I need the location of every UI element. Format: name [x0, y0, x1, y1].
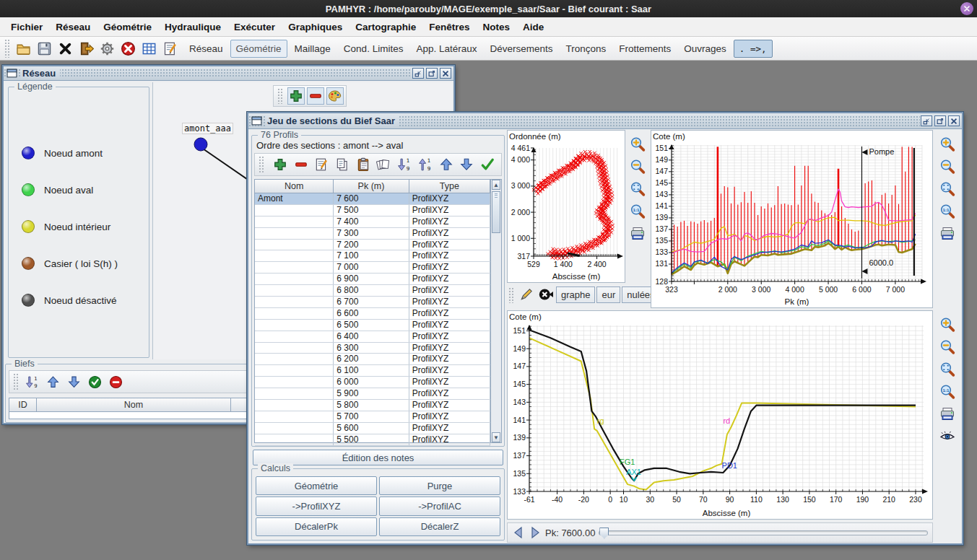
minus-circle-button[interactable]: [107, 373, 124, 390]
calc-button-d-calerpk[interactable]: DécalerPk: [256, 517, 377, 536]
toolbar-button-maillage[interactable]: Maillage: [289, 40, 336, 58]
zoom-fit-button[interactable]: [939, 180, 956, 197]
profile-pk-cell[interactable]: 6 900: [334, 274, 409, 284]
settings-button[interactable]: [97, 39, 116, 58]
profile-row[interactable]: 6 700ProfilXYZ: [255, 297, 490, 308]
profile-row[interactable]: 6 000ProfilXYZ: [255, 377, 490, 388]
zoom-in-button[interactable]: [939, 315, 956, 333]
plan-view-chart[interactable]: 5291 4002 4004 4614 0003 0002 0001 00031…: [508, 131, 625, 282]
profile-pk-cell[interactable]: 6 200: [334, 354, 409, 364]
profile-row[interactable]: 7 500ProfilXYZ: [255, 205, 490, 216]
profile-name-cell[interactable]: [255, 365, 334, 376]
profile-name-cell[interactable]: [255, 262, 334, 273]
close-button[interactable]: [948, 115, 960, 126]
toolbar-button-ouvrages[interactable]: Ouvrages: [678, 40, 732, 58]
zoom-out-button[interactable]: [939, 338, 956, 355]
profile-name-cell[interactable]: [255, 411, 334, 422]
previous-profile-button[interactable]: [512, 526, 525, 539]
move-down-button[interactable]: [458, 156, 475, 173]
profile-row[interactable]: Amont7 600ProfilXYZ: [255, 193, 490, 205]
profile-pk-cell[interactable]: 5 800: [334, 400, 409, 411]
zoom-1to1-button[interactable]: 1:1: [939, 382, 956, 400]
profile-row[interactable]: 6 300ProfilXYZ: [255, 343, 490, 354]
zoom-fit-button[interactable]: [629, 180, 646, 197]
close-graph-button[interactable]: [537, 286, 555, 303]
toolbar-grip[interactable]: [4, 39, 11, 58]
upstream-node[interactable]: [194, 138, 207, 151]
profile-pk-cell[interactable]: 6 800: [334, 285, 409, 296]
profile-name-cell[interactable]: [255, 320, 334, 331]
toolbar-button--[interactable]: . =>,: [734, 40, 773, 58]
profile-type-cell[interactable]: ProfilXYZ: [409, 250, 490, 261]
check-circle-button[interactable]: [86, 373, 103, 390]
profile-type-cell[interactable]: ProfilXYZ: [409, 216, 490, 227]
zoom-fit-button[interactable]: [939, 360, 956, 377]
toolbar-grip[interactable]: [508, 287, 515, 303]
sort-asc-button[interactable]: 19: [417, 156, 434, 173]
calc-button--profilac[interactable]: ->ProfilAC: [379, 496, 500, 515]
profile-row[interactable]: 6 500ProfilXYZ: [255, 320, 490, 331]
window-close-button[interactable]: [960, 2, 973, 15]
profile-type-cell[interactable]: ProfilXYZ: [409, 365, 490, 376]
toolbar-button-frottements[interactable]: Frottements: [613, 40, 677, 58]
profile-pk-cell[interactable]: 6 400: [334, 331, 409, 342]
menu-ex-cuter[interactable]: Exécuter: [227, 19, 282, 35]
scroll-down-button[interactable]: ▼: [492, 432, 500, 442]
biefs-column-header[interactable]: ID: [9, 398, 37, 411]
profile-row[interactable]: 6 400ProfilXYZ: [255, 331, 490, 343]
scroll-up-button[interactable]: ▲: [492, 180, 500, 190]
calc-button-purge[interactable]: Purge: [379, 476, 500, 495]
menu-aide[interactable]: Aide: [516, 19, 550, 35]
maximize-button[interactable]: [426, 68, 438, 79]
import-button[interactable]: [77, 39, 95, 58]
next-profile-button[interactable]: [529, 526, 542, 539]
calc-button-g-om-trie[interactable]: Géométrie: [256, 476, 377, 495]
maximize-button[interactable]: [934, 115, 946, 126]
zoom-in-button[interactable]: [629, 135, 646, 152]
profile-type-cell[interactable]: ProfilXYZ: [409, 193, 490, 204]
profile-name-cell[interactable]: [255, 285, 334, 296]
table-scrollbar[interactable]: ▲ ▼: [490, 180, 501, 442]
profile-pk-cell[interactable]: 6 100: [334, 365, 409, 376]
profile-pk-cell[interactable]: 6 300: [334, 343, 409, 354]
profile-name-cell[interactable]: [255, 250, 334, 261]
profile-row[interactable]: 7 400ProfilXYZ: [255, 216, 490, 228]
profile-type-cell[interactable]: ProfilXYZ: [409, 228, 490, 239]
sheets-button[interactable]: [375, 156, 392, 173]
print-button[interactable]: [629, 224, 646, 242]
toolbar-button-d-versements[interactable]: Déversements: [484, 40, 558, 58]
zoom-1to1-button[interactable]: 1:1: [939, 202, 956, 219]
profile-type-cell[interactable]: ProfilXYZ: [409, 423, 490, 434]
profile-type-cell[interactable]: ProfilXYZ: [409, 411, 490, 422]
profile-pk-cell[interactable]: 7 200: [334, 240, 409, 250]
profile-row[interactable]: 6 100ProfilXYZ: [255, 365, 490, 377]
scrollbar-thumb[interactable]: [492, 191, 500, 233]
profile-row[interactable]: 6 900ProfilXYZ: [255, 274, 490, 285]
profile-pk-cell[interactable]: 5 500: [334, 434, 409, 445]
profile-name-cell[interactable]: [255, 331, 334, 342]
save-button[interactable]: [35, 39, 53, 58]
graph-tab-2[interactable]: eur: [596, 286, 620, 303]
profile-pk-cell[interactable]: 5 900: [334, 388, 409, 399]
profile-type-cell[interactable]: ProfilXYZ: [409, 331, 490, 342]
profile-row[interactable]: 7 200ProfilXYZ: [255, 240, 490, 251]
profile-type-cell[interactable]: ProfilXYZ: [409, 377, 490, 388]
toolbar-grip[interactable]: [259, 156, 265, 173]
open-folder-button[interactable]: [14, 39, 32, 58]
calc-button-d-calerz[interactable]: DécalerZ: [379, 517, 500, 536]
profile-name-cell[interactable]: [255, 205, 334, 216]
profile-pk-cell[interactable]: 7 400: [334, 216, 409, 227]
profile-type-cell[interactable]: ProfilXYZ: [409, 205, 490, 216]
profile-row[interactable]: 6 600ProfilXYZ: [255, 308, 490, 320]
profiles-column-header[interactable]: Nom: [255, 180, 334, 193]
profile-name-cell[interactable]: [255, 216, 334, 227]
profile-name-cell[interactable]: [255, 274, 334, 284]
menu-hydraulique[interactable]: Hydraulique: [158, 19, 227, 35]
paste-button[interactable]: [355, 156, 372, 173]
remove-button[interactable]: [292, 156, 310, 173]
toolbar-button-r-seau[interactable]: Réseau: [183, 40, 229, 58]
profile-name-cell[interactable]: [255, 297, 334, 307]
menu-notes[interactable]: Notes: [476, 19, 516, 35]
menu-graphiques[interactable]: Graphiques: [282, 19, 349, 35]
sections-window-titlebar[interactable]: Jeu de sections du Bief Saar: [248, 113, 962, 129]
